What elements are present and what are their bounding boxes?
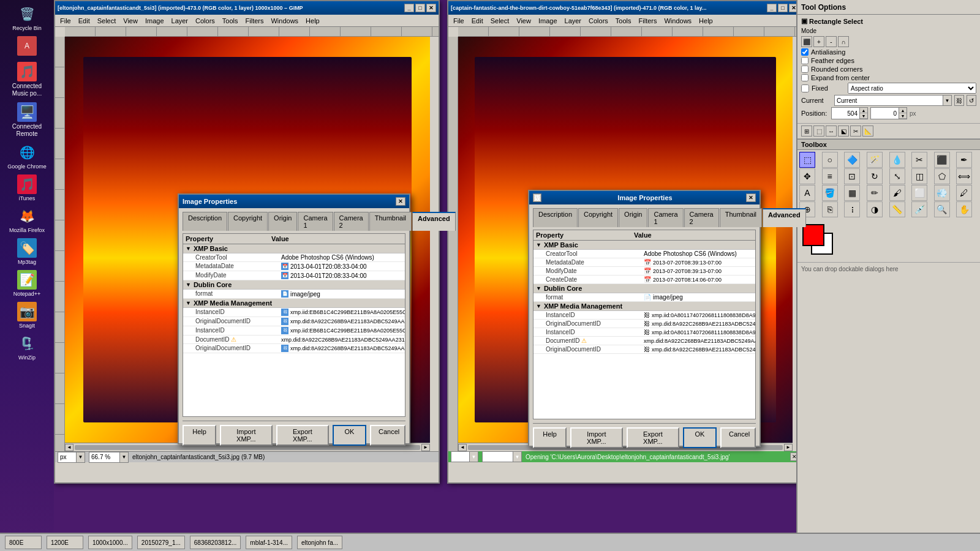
current-chain-btn[interactable]: ⛓ xyxy=(954,95,964,106)
firefox-icon[interactable]: 🦊 Mozilla Firefox xyxy=(5,204,49,235)
menu-tools-right[interactable]: Tools xyxy=(612,17,635,25)
paths-tool[interactable]: ✒ xyxy=(956,152,972,168)
btn-import-left[interactable]: Import XMP... xyxy=(220,425,273,446)
menu-tools-left[interactable]: Tools xyxy=(219,17,242,25)
scissors-tool[interactable]: ✂ xyxy=(911,152,927,168)
btn-cancel-right[interactable]: Cancel xyxy=(720,427,756,448)
zoom-arrow-left[interactable]: ▼ xyxy=(119,452,128,462)
expand-checkbox[interactable] xyxy=(801,74,809,81)
menu-layer-left[interactable]: Layer xyxy=(168,17,192,25)
crop-tool[interactable]: ⊡ xyxy=(844,168,860,184)
current-reset-btn[interactable]: ↺ xyxy=(967,95,976,106)
menu-view-left[interactable]: View xyxy=(119,17,141,25)
connected-remote-icon[interactable]: 🖥️ ConnectedRemote xyxy=(5,100,49,140)
fixed-select[interactable]: Aspect ratio Width Height Size xyxy=(848,83,976,94)
tab-camera2-right[interactable]: Camera 2 xyxy=(684,208,719,227)
btn-help-right[interactable]: Help xyxy=(533,427,567,448)
taskbar-800e[interactable]: 800E xyxy=(5,536,42,549)
position-y-spinbtns[interactable]: ▲ ▼ xyxy=(899,108,907,119)
dialog-close-right[interactable]: ✕ xyxy=(746,193,756,202)
gimp-close-left[interactable]: ✕ xyxy=(426,4,436,12)
tab-copyright-left[interactable]: Copyright xyxy=(228,212,268,231)
rect-select-tool[interactable]: ⬚ xyxy=(799,152,815,168)
rounded-row[interactable]: Rounded corners xyxy=(801,66,976,73)
tool-btn-5[interactable]: ✂ xyxy=(850,126,861,137)
menu-windows-right[interactable]: Windows xyxy=(660,17,695,25)
feather-row[interactable]: Feather edges xyxy=(801,57,976,64)
position-x-input[interactable]: ▲ ▼ xyxy=(831,107,868,119)
gimp-minimize-right[interactable]: _ xyxy=(767,4,777,12)
menu-filters-right[interactable]: Filters xyxy=(635,17,661,25)
rounded-checkbox[interactable] xyxy=(801,66,809,73)
text-tool[interactable]: A xyxy=(799,185,815,201)
tab-copyright-right[interactable]: Copyright xyxy=(578,208,618,227)
btn-ok-left[interactable]: OK xyxy=(333,425,366,446)
btn-export-right[interactable]: Export XMP... xyxy=(627,427,679,448)
unknown-app-icon[interactable]: A xyxy=(5,34,49,59)
gimp-minimize-left[interactable]: _ xyxy=(404,4,414,12)
position-y-input[interactable]: ▲ ▼ xyxy=(870,107,907,119)
current-combo[interactable]: Current ▼ xyxy=(834,95,952,106)
dialog-close-left[interactable]: ✕ xyxy=(396,197,405,206)
menu-windows-left[interactable]: Windows xyxy=(267,17,302,25)
foreground-select-tool[interactable]: ⬛ xyxy=(934,152,950,168)
menu-colors-right[interactable]: Colors xyxy=(585,17,612,25)
tab-camera2-left[interactable]: Camera 2 xyxy=(334,212,369,231)
ink-tool[interactable]: 🖊 xyxy=(956,185,972,201)
flip-tool[interactable]: ⟺ xyxy=(956,168,972,184)
tab-description-left[interactable]: Description xyxy=(183,212,227,231)
clone-tool[interactable]: ⎘ xyxy=(822,201,838,217)
menu-edit-left[interactable]: Edit xyxy=(75,17,94,25)
zoom-tool[interactable]: 🔍 xyxy=(934,201,950,217)
menu-help-left[interactable]: Help xyxy=(302,17,323,25)
pos-x-down[interactable]: ▼ xyxy=(860,113,867,119)
pencil-tool[interactable]: ✏ xyxy=(867,185,883,201)
recycle-bin-icon[interactable]: 🗑️ Recycle Bin xyxy=(5,2,49,33)
color-picker-tool[interactable]: 💉 xyxy=(911,201,927,217)
menu-file-right[interactable]: File xyxy=(450,17,468,25)
menu-image-right[interactable]: Image xyxy=(535,17,561,25)
scroll-left-btn[interactable]: ◄ xyxy=(65,444,74,451)
feather-checkbox[interactable] xyxy=(801,57,809,64)
menu-file-left[interactable]: File xyxy=(56,17,75,25)
tab-origin-right[interactable]: Origin xyxy=(619,208,647,227)
unit-combo-left[interactable]: px▼ xyxy=(58,452,85,463)
itunes-icon[interactable]: 🎵 iTunes xyxy=(5,173,49,203)
bucket-fill-tool[interactable]: 🪣 xyxy=(822,185,838,201)
mode-icons-row[interactable]: ⬛ + - ∩ xyxy=(801,36,976,47)
taskbar-eltonjohn[interactable]: eltonjohn fa... xyxy=(297,536,342,549)
position-x-spinbtns[interactable]: ▲ ▼ xyxy=(859,108,867,119)
tool-btn-2[interactable]: ⬚ xyxy=(813,126,824,137)
taskbar-mblaf[interactable]: mblaf-1-314... xyxy=(246,536,292,549)
mode-add-btn[interactable]: + xyxy=(813,36,824,47)
tool-btn-6[interactable]: 📐 xyxy=(862,126,873,137)
current-combo-arrow[interactable]: ▼ xyxy=(943,96,951,105)
menu-image-left[interactable]: Image xyxy=(141,17,168,25)
btn-help-left[interactable]: Help xyxy=(183,425,216,446)
scroll-right-btn-right[interactable]: ► xyxy=(784,444,793,451)
mode-intersect-btn[interactable]: ∩ xyxy=(838,36,849,47)
color-select-tool[interactable]: 💧 xyxy=(889,152,905,168)
taskbar-1000x[interactable]: 1000x1000... xyxy=(88,536,132,549)
mp3tag-icon[interactable]: 🏷️ Mp3tag xyxy=(5,236,49,267)
position-y-field[interactable] xyxy=(871,108,899,119)
menu-view-right[interactable]: View xyxy=(513,17,535,25)
blend-tool[interactable]: ▦ xyxy=(844,185,860,201)
perspective-tool[interactable]: ⬠ xyxy=(934,168,950,184)
paintbrush-tool[interactable]: 🖌 xyxy=(889,185,905,201)
btn-cancel-left[interactable]: Cancel xyxy=(370,425,405,446)
tab-camera1-left[interactable]: Camera 1 xyxy=(298,212,333,231)
scale-tool[interactable]: ⤡ xyxy=(889,168,905,184)
free-select-tool[interactable]: 🔷 xyxy=(844,152,860,168)
smudge-tool[interactable]: ⫶ xyxy=(844,201,860,217)
fixed-checkbox[interactable] xyxy=(801,84,809,92)
connected-music-icon[interactable]: 🎵 ConnectedMusic po... xyxy=(5,60,49,99)
btn-import-right[interactable]: Import XMP... xyxy=(570,427,623,448)
notepadpp-icon[interactable]: 📝 Notepad++ xyxy=(5,268,49,299)
tab-origin-left[interactable]: Origin xyxy=(268,212,297,231)
gimp-maximize-left[interactable]: □ xyxy=(415,4,425,12)
measure-tool[interactable]: 📏 xyxy=(889,201,905,217)
zoom-combo-right[interactable]: 66.7 %▼ xyxy=(482,451,522,462)
btn-export-left[interactable]: Export XMP... xyxy=(276,425,329,446)
taskbar-1200e[interactable]: 1200E xyxy=(47,536,83,549)
